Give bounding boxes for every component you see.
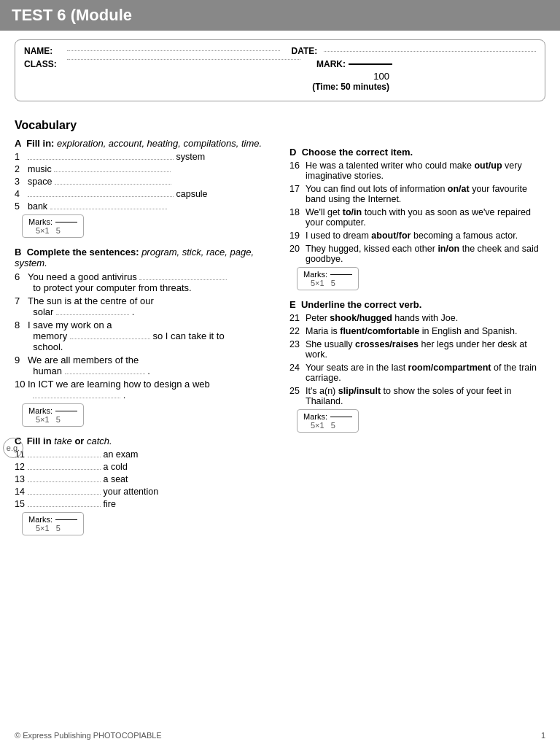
header-bar: TEST 6 (Module (0, 0, 560, 31)
left-column: Vocabulary A Fill in: exploration, accou… (15, 109, 282, 544)
section-e-list: 21 Peter shook/hugged hands with Joe. 22… (289, 313, 545, 406)
name-label: NAME: (24, 46, 64, 56)
list-item: 19 I used to dream about/for becoming a … (289, 231, 545, 241)
section-e: E Underline the correct verb. 21 Peter s… (289, 299, 545, 433)
list-item: 13 a seat (15, 474, 271, 484)
section-c: C Fill in take or catch. 11 an exam 12 a… (15, 436, 271, 535)
section-b-label: B (15, 247, 21, 258)
eg-badge: e.g. (3, 438, 23, 458)
info-box: NAME: DATE: CLASS: MARK: 100 (Time: 50 m… (15, 39, 545, 101)
section-d: D Choose the correct item. 16 He was a t… (289, 147, 545, 290)
section-a-marks: Marks: 5×1 5 (15, 214, 271, 238)
list-item: 21 Peter shook/hugged hands with Joe. (289, 313, 545, 323)
list-item: 4 capsule (15, 189, 271, 199)
list-item: 9 We are all members of the human . (15, 355, 271, 376)
list-item: 23 She usually crosses/raises her legs u… (289, 339, 545, 360)
header-title: TEST 6 (Module (12, 6, 132, 24)
section-a-bold: Fill in: (26, 138, 54, 149)
section-b-marks: Marks: 5×1 5 (15, 403, 271, 427)
name-dots (67, 50, 280, 51)
date-label: DATE: (292, 46, 321, 56)
list-item: 14 your attention (15, 487, 271, 497)
section-b: B Complete the sentences: program, stick… (15, 247, 271, 427)
marks-label: Marks: (28, 515, 52, 524)
section-c-list: 11 an exam 12 a cold 13 a seat 14 your a… (15, 449, 271, 509)
marks-denominator: 5×1 5 (36, 524, 77, 533)
list-item: 5 bank (15, 201, 271, 212)
mark-line (349, 63, 392, 65)
mark-label: MARK: (316, 59, 346, 69)
list-item: 10 In ICT we are learning how to design … (15, 379, 271, 400)
list-item: 7 The sun is at the centre of our solar … (15, 295, 271, 317)
marks-denominator: 5×1 5 (36, 415, 77, 424)
section-e-title: E Underline the correct verb. (289, 299, 545, 310)
class-label: CLASS: (24, 59, 64, 69)
section-b-bold: Complete the sentences: (27, 247, 139, 258)
score-value: 100 (305, 71, 389, 82)
list-item: 11 an exam (15, 449, 271, 460)
class-dots (67, 59, 300, 60)
main-content: Vocabulary A Fill in: exploration, accou… (0, 109, 560, 544)
list-item: 22 Maria is fluent/comfortable in Englis… (289, 326, 545, 336)
list-item: 2 music (15, 164, 271, 174)
section-d-marks: Marks: 5×1 5 (289, 267, 545, 290)
section-b-list: 6 You need a good antivirus to protect y… (15, 271, 271, 400)
section-e-bold: Underline the correct verb. (301, 299, 421, 310)
marks-denominator: 5×1 5 (311, 421, 352, 430)
list-item: 6 You need a good antivirus to protect y… (15, 271, 271, 293)
section-c-bold: Fill in (27, 436, 52, 446)
list-item: 18 We'll get to/in touch with you as soo… (289, 207, 545, 228)
marks-label: Marks: (28, 406, 52, 415)
list-item: 12 a cold (15, 462, 271, 472)
list-item: 15 fire (15, 499, 271, 509)
marks-denominator: 5×1 5 (36, 226, 77, 235)
section-a-title: A Fill in: exploration, account, heating… (15, 138, 271, 149)
marks-label: Marks: (303, 412, 327, 421)
date-dots (324, 51, 537, 52)
section-d-list: 16 He was a talented writer who could ma… (289, 160, 545, 264)
marks-label: Marks: (303, 270, 327, 279)
section-a-label: A (15, 138, 21, 149)
section-e-marks: Marks: 5×1 5 (289, 409, 545, 433)
list-item: 1 system (15, 152, 271, 162)
right-column: D Choose the correct item. 16 He was a t… (282, 109, 545, 544)
footer: © Express Publishing PHOTOCOPIABLE 1 (15, 731, 545, 740)
section-c-title: C Fill in take or catch. (15, 436, 271, 446)
vocabulary-title: Vocabulary (15, 119, 271, 132)
list-item: 24 Your seats are in the last room/compa… (289, 363, 545, 383)
list-item: 20 They hugged, kissed each other in/on … (289, 244, 545, 264)
list-item: 25 It's a(n) slip/insult to show the sol… (289, 386, 545, 406)
section-e-label: E (289, 299, 296, 310)
section-a-list: 1 system 2 music 3 space 4 capsule 5 (15, 152, 271, 212)
section-d-title: D Choose the correct item. (289, 147, 545, 158)
page-number: 1 (541, 731, 545, 740)
marks-denominator: 5×1 5 (311, 279, 352, 287)
section-c-marks: Marks: 5×1 5 (15, 512, 271, 535)
copyright: © Express Publishing PHOTOCOPIABLE (15, 731, 162, 740)
section-a-italic: exploration, account, heating, compilati… (57, 138, 262, 149)
section-a: A Fill in: exploration, account, heating… (15, 138, 271, 238)
list-item: 8 I save my work on a memory so I can ta… (15, 320, 271, 352)
section-b-title: B Complete the sentences: program, stick… (15, 247, 271, 268)
list-item: 3 space (15, 177, 271, 187)
list-item: 17 You can find out lots of information … (289, 184, 545, 204)
time-info: (Time: 50 minutes) (305, 82, 389, 92)
section-d-label: D (289, 147, 296, 158)
list-item: 16 He was a talented writer who could ma… (289, 160, 545, 181)
marks-label: Marks: (28, 217, 52, 226)
section-d-bold: Choose the correct item. (302, 147, 413, 158)
